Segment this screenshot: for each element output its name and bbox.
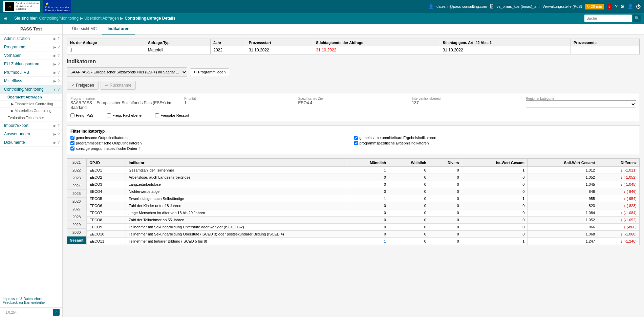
program-dropdown[interactable]: SAARPASS - Europäischer Sozialfonds Plus… (67, 67, 187, 77)
tab-indikatoren[interactable]: Indikatoren (102, 24, 135, 35)
freig-fachebene-input[interactable] (107, 113, 111, 117)
user-icon[interactable]: 👤 (627, 4, 633, 9)
cell-divers: 0 (429, 174, 462, 181)
cell-op-id: EECO10 (87, 231, 126, 238)
sidebar-import-help[interactable]: ? (58, 123, 60, 128)
sidebar-item-pruefmodul[interactable]: Prüfmodul VB ▶ ? (0, 68, 62, 77)
year-2027[interactable]: 2027 (67, 205, 86, 213)
year-2021[interactable]: 2021 (67, 159, 86, 166)
sidebar-controlling-help[interactable]: ? (58, 87, 60, 91)
sidebar-item-import-export[interactable]: Import/Export ▶ ? (0, 121, 62, 130)
cell-indikator: Teilnehmer mit Sekundarbildung Oberstufe… (126, 231, 347, 238)
year-2024[interactable]: 2024 (67, 182, 86, 190)
table-row: EECO5 Erwerbstätige, auch Selbständige 1… (87, 195, 640, 202)
freigabe-ressort-input[interactable] (155, 113, 159, 117)
help-icon[interactable]: ? (615, 4, 618, 9)
search-button[interactable]: 🔍 (633, 15, 641, 22)
sidebar-subitem-materielles-controlling[interactable]: ▶ Materielles Controlling (0, 108, 62, 114)
year-2026[interactable]: 2026 (67, 198, 86, 205)
programmname-value: SAARPASS – Europäischer Sozialfonds Plus… (70, 100, 181, 110)
sidebar-mittelfluss-help[interactable]: ? (58, 79, 60, 83)
year-2023[interactable]: 2023 (67, 174, 86, 182)
sidebar-item-auswertungen[interactable]: Auswertungen ▶ ? (0, 130, 62, 138)
table-row: EECO8 Zahl der Teilnehmer ab 55 Jahren 0… (87, 217, 640, 224)
filter-item-gemeinsame-ergebnis: gemeinsame unmittelbare Ergebnisindikato… (354, 136, 637, 140)
eu-logo: ★ Kofinanziert von derEuropäischen Union (43, 0, 71, 13)
ruecknahme-button[interactable]: ↩ Rücknahme (101, 81, 136, 90)
breadcrumb-controlling[interactable]: Controlling/Monitoring (39, 16, 79, 21)
sidebar-pruefmodul-help[interactable]: ? (58, 70, 60, 74)
cell-divers: 0 (429, 231, 462, 238)
sidebar-item-vorhaben[interactable]: Vorhaben ▶ ? (0, 51, 62, 60)
cell-maennlich: 0 (347, 202, 389, 209)
sidebar-subitem-finanzielles-controlling[interactable]: ▶ Finanzielles Controlling (0, 101, 62, 108)
cell-indikator: Teilnehmer mit Sekundarbildung Unterstuf… (126, 224, 347, 231)
breadcrumb-uebersicht[interactable]: Übersicht Abfragen (84, 16, 119, 21)
filter-progspez-ergebnis-checkbox[interactable] (354, 141, 358, 145)
cell-maennlich: 0 (347, 188, 389, 195)
freigeben-button[interactable]: ✓ Freigeben (67, 81, 99, 90)
sidebar-item-mittelfluss[interactable]: Mittelfluss ▶ ? (0, 77, 62, 85)
cell-weiblich: 0 (389, 181, 429, 188)
settings-icon[interactable]: ⚙ (620, 4, 625, 9)
data-table: OP-ID Indikator Männlich Weiblich Divers… (86, 159, 640, 245)
filter-gemeinsame-ergebnis-checkbox[interactable] (354, 136, 358, 140)
sidebar-vorhaben-help[interactable]: ? (58, 53, 60, 58)
info-stichtagsende: 31.10.2022 (313, 46, 440, 54)
cell-maennlich[interactable]: 1 (347, 167, 389, 174)
filter-item-progspez-output: programmspezifische Outputindikatoren (70, 141, 353, 145)
refresh-icon: ↻ (194, 70, 197, 74)
sidebar-auswertungen-help[interactable]: ? (58, 132, 60, 136)
search-input[interactable] (584, 15, 632, 22)
feedback-link[interactable]: Feedback zur Barrierefreiheit (3, 301, 60, 304)
filter-progspez-output-checkbox[interactable] (70, 141, 74, 145)
cell-weiblich: 0 (389, 167, 429, 174)
cell-diff: ↓ (-1.052) (598, 174, 640, 181)
sidebar-subitem-evaluation[interactable]: Evaluation Teilnehmer (0, 114, 62, 121)
cell-op-id: EECO4 (87, 188, 126, 195)
year-2030[interactable]: 2030 (67, 229, 86, 236)
tab-uebersicht-mc[interactable]: Übersicht MC (67, 24, 102, 35)
regionenkategorie-dropdown[interactable] (526, 100, 636, 108)
table-row: EECO4 Nichterwerbstätige 0 0 0 0 846 ↓ (… (87, 188, 640, 195)
cell-indikator: Erwerbstätige, auch Selbständige (126, 195, 347, 202)
sidebar-dokumente-help[interactable]: ? (58, 140, 60, 144)
year-2022[interactable]: 2022 (67, 166, 86, 174)
load-program-button[interactable]: ↻ Programm laden (190, 68, 229, 76)
impressum-link[interactable]: Impressum & Datenschutz (3, 297, 60, 301)
sidebar-subitem-uebersicht-abfragen[interactable]: Übersicht Abfragen (0, 94, 62, 101)
sidebar-item-programme[interactable]: Programme ▶ ? (0, 43, 62, 51)
cell-diff: ↓ (-1.246) (598, 238, 640, 245)
logout-icon[interactable]: ⏻ (636, 4, 641, 9)
info-prozessstart: 31.10.2022 (246, 46, 313, 54)
freig-pus-input[interactable] (70, 113, 74, 117)
filter-sonstige-checkbox[interactable] (70, 146, 74, 151)
sidebar-vorhaben-arrow: ▶ (53, 54, 56, 58)
sidebar-item-controlling[interactable]: Controlling/Monitoring ▼ ? (0, 85, 62, 94)
sidebar-administration-help[interactable]: ? (58, 37, 60, 41)
prioritaet-value: 1 (184, 100, 295, 105)
sidebar-item-eu-zahlungsantrag[interactable]: EU-Zahlungsantrag ▶ ? (0, 60, 62, 68)
cell-maennlich[interactable]: 1 (347, 238, 389, 245)
filter-sonstige-help-icon[interactable]: ? (138, 146, 141, 151)
data-section: 2021 2022 2023 2024 2025 2026 2027 2028 … (67, 158, 640, 245)
filter-gemeinsame-output-checkbox[interactable] (70, 136, 74, 140)
sidebar-programme-help[interactable]: ? (58, 45, 60, 49)
sidebar-collapse-button[interactable]: ‹ (53, 309, 60, 316)
org-chart-icon[interactable]: ⊞ (3, 16, 7, 21)
action-buttons: ✓ Freigeben ↩ Rücknahme (67, 81, 640, 90)
cell-op-id: EECO9 (87, 224, 126, 231)
year-gesamt[interactable]: Gesamt (67, 236, 86, 244)
sidebar-item-administration[interactable]: Administration ▶ ? (0, 35, 62, 43)
year-2028[interactable]: 2028 (67, 213, 86, 221)
sidebar-eu-help[interactable]: ? (58, 62, 60, 66)
year-2025[interactable]: 2025 (67, 190, 86, 198)
cell-maennlich[interactable]: 1 (347, 195, 389, 202)
cell-op-id: EECO3 (87, 181, 126, 188)
cell-indikator: Langzeitarbeitslose (126, 181, 347, 188)
cell-diff: ↓ (-1.068) (598, 231, 640, 238)
sidebar-pruefmodul-arrow: ▶ (53, 71, 56, 74)
cell-ist: 0 (462, 224, 528, 231)
year-2029[interactable]: 2029 (67, 221, 86, 229)
sidebar-item-dokumente[interactable]: Dokumente ▶ ? (0, 138, 62, 147)
